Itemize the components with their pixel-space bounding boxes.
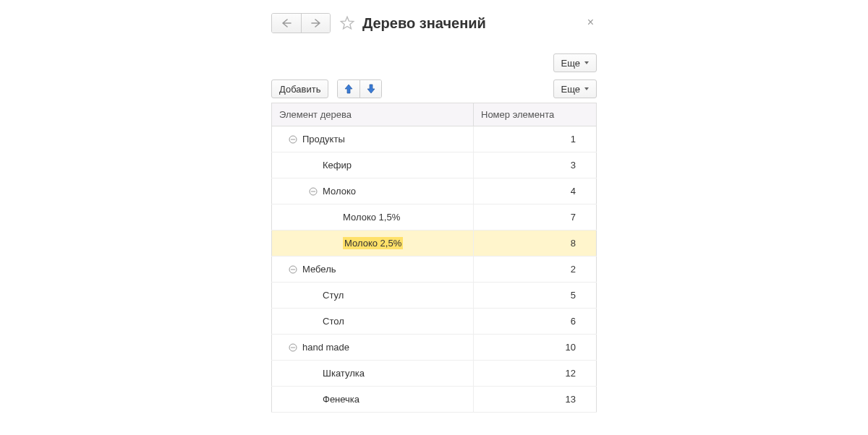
tree-item-label: Стул	[323, 290, 344, 301]
table-row[interactable]: Продукты1	[272, 126, 597, 152]
table-row[interactable]: Фенечка13	[272, 387, 597, 413]
arrow-down-icon	[367, 84, 375, 94]
move-up-button[interactable]	[338, 80, 359, 98]
tree-item-number: 8	[474, 231, 597, 257]
tree-item-label: Молоко 2,5%	[343, 237, 403, 249]
add-button-label: Добавить	[279, 84, 320, 95]
tree-item-label: Продукты	[302, 134, 345, 145]
collapse-icon[interactable]	[288, 343, 298, 353]
tree-item-number: 5	[474, 283, 597, 309]
table-row[interactable]: Стол6	[272, 309, 597, 335]
arrow-left-icon	[281, 19, 292, 27]
nav-back-button[interactable]	[272, 14, 301, 33]
nav-buttons	[271, 13, 331, 33]
move-down-button[interactable]	[359, 80, 381, 98]
close-button[interactable]: ×	[584, 14, 597, 30]
chevron-down-icon	[584, 61, 589, 64]
collapse-icon[interactable]	[308, 186, 318, 197]
tree-item-label: Кефир	[323, 160, 352, 171]
more-button-toolbar[interactable]: Еще	[553, 79, 597, 98]
tree-item-label: Мебель	[302, 264, 336, 275]
table-row[interactable]: hand made10	[272, 335, 597, 361]
add-button[interactable]: Добавить	[271, 79, 328, 98]
table-row[interactable]: Молоко4	[272, 178, 597, 204]
tree-item-number: 6	[474, 309, 597, 335]
tree-item-label: Шкатулка	[323, 368, 365, 379]
column-header-element[interactable]: Элемент дерева	[272, 103, 474, 126]
tree-item-number: 12	[474, 361, 597, 387]
tree-item-number: 4	[474, 178, 597, 204]
tree-item-number: 7	[474, 204, 597, 231]
table-row[interactable]: Молоко 2,5%8	[272, 231, 597, 257]
table-row[interactable]: Мебель2	[272, 257, 597, 283]
nav-forward-button[interactable]	[301, 14, 330, 33]
more-button-label: Еще	[561, 58, 580, 69]
column-header-number[interactable]: Номер элемента	[474, 103, 597, 126]
more-button-label: Еще	[561, 84, 580, 95]
table-row[interactable]: Молоко 1,5%7	[272, 204, 597, 231]
table-row[interactable]: Кефир3	[272, 152, 597, 178]
star-icon[interactable]	[339, 15, 355, 31]
tree-item-number: 3	[474, 152, 597, 178]
collapse-icon[interactable]	[288, 264, 298, 275]
tree-item-number: 2	[474, 257, 597, 283]
tree-item-label: Стол	[323, 316, 344, 327]
tree-item-label: Фенечка	[323, 394, 359, 405]
table-row[interactable]: Стул5	[272, 283, 597, 309]
tree-item-number: 1	[474, 126, 597, 152]
tree-item-label: hand made	[302, 342, 349, 353]
collapse-icon[interactable]	[288, 134, 298, 145]
move-buttons	[337, 79, 382, 98]
tree-item-label: Молоко	[323, 186, 356, 197]
tree-table: Элемент дерева Номер элемента Продукты1К…	[271, 103, 597, 413]
more-button-top[interactable]: Еще	[553, 53, 597, 72]
page-title: Дерево значений	[362, 15, 486, 32]
tree-item-number: 10	[474, 335, 597, 361]
tree-item-label: Молоко 1,5%	[343, 212, 400, 223]
arrow-up-icon	[344, 84, 353, 94]
tree-item-number: 13	[474, 387, 597, 413]
arrow-right-icon	[311, 19, 321, 27]
table-row[interactable]: Шкатулка12	[272, 361, 597, 387]
chevron-down-icon	[584, 87, 589, 90]
